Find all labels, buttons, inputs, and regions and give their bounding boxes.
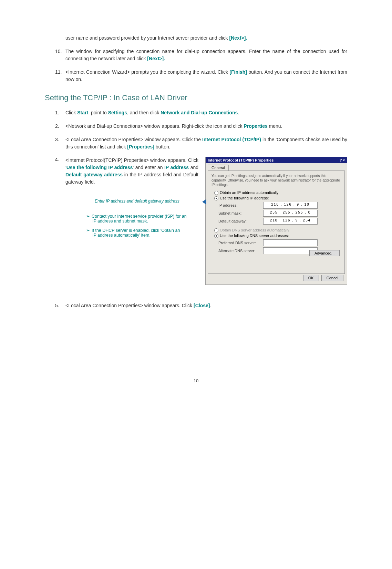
step-1-num: 1. bbox=[55, 109, 59, 116]
step-1: 1. Click Start, point to Settings, and t… bbox=[55, 109, 347, 116]
step-5: 5. <Local Area Connection Properties> wi… bbox=[55, 302, 347, 309]
bullet-dhcp: ➢If the DHCP server is enabled, click 'O… bbox=[86, 228, 198, 233]
radio-selected-icon bbox=[214, 196, 218, 200]
bullet-isp: ➢Contact your Internet service provider … bbox=[86, 214, 198, 219]
step-11: 11. <Internet Connection Wizard> prompts… bbox=[55, 69, 347, 83]
step-3: 3. <Local Area Connection Properties> wi… bbox=[55, 136, 347, 151]
dialog-body: You can get IP settings assigned automat… bbox=[208, 170, 345, 274]
step-11-text-a: <Internet Connection Wizard> prompts you… bbox=[65, 69, 229, 75]
step-10-text: The window for specifying the connection… bbox=[65, 49, 347, 61]
input-ip-address[interactable]: 210 . 126 . 9 . 10 bbox=[263, 202, 318, 209]
cancel-button[interactable]: Cancel bbox=[321, 275, 343, 281]
use-following-ip-ref: Use the following IP address bbox=[66, 165, 133, 170]
input-subnet-mask[interactable]: 255 . 255 . 255 . 0 bbox=[263, 210, 318, 217]
step-4-text: <Internet Protocol(TCP/IP) Properties> w… bbox=[65, 157, 198, 186]
dialog-title: Internet Protocol (TCP/IP) Properties bbox=[208, 158, 274, 162]
step-10-num: 10. bbox=[55, 48, 62, 55]
step-11-num: 11. bbox=[55, 69, 62, 76]
properties-btn-ref: [Properties] bbox=[127, 144, 154, 149]
dialog-tab-general[interactable]: General bbox=[208, 165, 229, 170]
caption-enter-ip: Enter IP address and default gateway add… bbox=[95, 199, 179, 204]
step-4-num: 4. bbox=[55, 157, 59, 162]
arrow-icon: ➢ bbox=[86, 228, 90, 233]
tcpip-properties-dialog: Internet Protocol (TCP/IP) Properties ? … bbox=[205, 157, 347, 285]
next-button-ref1: [Next>]. bbox=[229, 35, 247, 41]
dialog-close-icons[interactable]: ? × bbox=[334, 158, 345, 162]
step-5-num: 5. bbox=[55, 302, 59, 309]
advanced-button[interactable]: Advanced... bbox=[309, 250, 340, 256]
finish-button-ref: [Finish] bbox=[229, 69, 247, 75]
dialog-button-row: OK Cancel bbox=[302, 275, 343, 281]
dialog-intro-text: You can get IP settings assigned automat… bbox=[212, 174, 341, 187]
intro-continued: user name and password provided by your … bbox=[65, 34, 347, 42]
radio-icon bbox=[214, 228, 218, 232]
field-preferred-dns: Preferred DNS server: bbox=[218, 239, 341, 246]
input-preferred-dns[interactable] bbox=[263, 239, 318, 246]
callout-arrow-icon bbox=[202, 199, 206, 205]
radio-selected-icon bbox=[214, 234, 218, 238]
ip-address-ref: IP address bbox=[164, 165, 189, 170]
radio-obtain-ip[interactable]: Obtain an IP address automatically bbox=[214, 190, 341, 195]
bullet-dhcp-cont: IP address automatically' item. bbox=[92, 233, 198, 238]
step-3-num: 3. bbox=[55, 136, 59, 143]
radio-use-ip[interactable]: Use the following IP address: bbox=[214, 196, 341, 200]
intro-text: user name and password provided by your … bbox=[65, 35, 229, 41]
dialog-titlebar: Internet Protocol (TCP/IP) Properties ? … bbox=[206, 157, 347, 163]
network-dialup-ref: Network and Dial-up Connections bbox=[161, 110, 238, 115]
step-2-num: 2. bbox=[55, 123, 59, 130]
tcpip-ref: Internet Protocol (TCP/IP) bbox=[202, 137, 261, 142]
next-button-ref2: [Next>]. bbox=[147, 56, 165, 61]
ok-button[interactable]: OK bbox=[303, 275, 319, 281]
step-4-row: 4. <Internet Protocol(TCP/IP) Properties… bbox=[55, 157, 347, 285]
radio-use-dns[interactable]: Use the following DNS server addresses: bbox=[214, 234, 341, 238]
bullet-isp-cont: IP address and subnet mask. bbox=[92, 219, 198, 224]
step-10: 10. The window for specifying the connec… bbox=[55, 48, 347, 62]
radio-obtain-dns: Obtain DNS server address automatically bbox=[214, 228, 341, 232]
field-subnet-mask: Subnet mask: 255 . 255 . 255 . 0 bbox=[218, 210, 341, 217]
start-ref: Start bbox=[77, 110, 88, 115]
close-button-ref: [Close] bbox=[194, 303, 210, 308]
field-ip-address: IP address: 210 . 126 . 9 . 10 bbox=[218, 202, 341, 209]
default-gateway-ref: Default gateway address bbox=[65, 172, 123, 177]
radio-icon bbox=[214, 191, 218, 195]
properties-ref: Properties bbox=[244, 123, 267, 129]
step-2: 2. <Network and Dial-up Connections> win… bbox=[55, 123, 347, 130]
section-heading: Setting the TCP/IP : In Case of LAN Driv… bbox=[45, 93, 347, 102]
input-default-gateway[interactable]: 210 . 126 . 9 . 254 bbox=[263, 218, 318, 225]
page-number: 10 bbox=[45, 378, 347, 383]
field-default-gateway: Default gateway: 210 . 126 . 9 . 254 bbox=[218, 218, 341, 225]
settings-ref: Settings bbox=[108, 110, 127, 115]
arrow-icon: ➢ bbox=[86, 214, 90, 219]
